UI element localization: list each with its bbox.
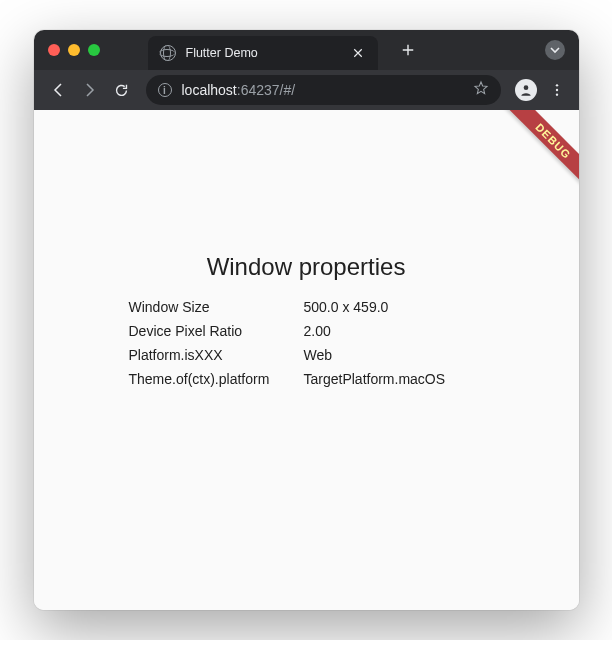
bookmark-star-icon[interactable]: [473, 80, 489, 100]
tab-title: Flutter Demo: [186, 46, 340, 60]
url-host: localhost: [182, 82, 237, 98]
prop-value: 2.00: [304, 323, 484, 339]
prop-value: 500.0 x 459.0: [304, 299, 484, 315]
page-content: DEBUG Window properties Window Size 500.…: [34, 110, 579, 610]
svg-point-0: [523, 85, 528, 90]
page-title: Window properties: [207, 253, 406, 281]
prop-label: Theme.of(ctx).platform: [129, 371, 304, 387]
prop-value: Web: [304, 347, 484, 363]
toolbar: i localhost:64237/#/: [34, 70, 579, 110]
prop-label: Device Pixel Ratio: [129, 323, 304, 339]
reload-button[interactable]: [108, 76, 136, 104]
globe-icon: [160, 45, 176, 61]
svg-point-3: [555, 93, 557, 95]
traffic-lights: [48, 44, 100, 56]
prop-label: Platform.isXXX: [129, 347, 304, 363]
new-tab-button[interactable]: [396, 38, 420, 62]
prop-value: TargetPlatform.macOS: [304, 371, 484, 387]
svg-point-2: [555, 89, 557, 91]
chevron-down-icon[interactable]: [545, 40, 565, 60]
back-button[interactable]: [44, 76, 72, 104]
window-minimize-button[interactable]: [68, 44, 80, 56]
titlebar: Flutter Demo: [34, 30, 579, 70]
window-close-button[interactable]: [48, 44, 60, 56]
tab-close-button[interactable]: [350, 45, 366, 61]
page-body: Window properties Window Size 500.0 x 45…: [34, 110, 579, 610]
url-port: :64237/#/: [237, 82, 295, 98]
info-icon[interactable]: i: [158, 83, 172, 97]
browser-window: Flutter Demo i localhost:64237/#/: [34, 30, 579, 610]
browser-tab[interactable]: Flutter Demo: [148, 36, 378, 70]
properties-table: Window Size 500.0 x 459.0 Device Pixel R…: [129, 299, 484, 387]
forward-button[interactable]: [76, 76, 104, 104]
menu-button[interactable]: [545, 82, 569, 98]
svg-point-1: [555, 84, 557, 86]
address-bar[interactable]: i localhost:64237/#/: [146, 75, 501, 105]
url-text: localhost:64237/#/: [182, 82, 463, 98]
titlebar-right: [545, 40, 565, 60]
prop-label: Window Size: [129, 299, 304, 315]
window-maximize-button[interactable]: [88, 44, 100, 56]
profile-button[interactable]: [515, 79, 537, 101]
